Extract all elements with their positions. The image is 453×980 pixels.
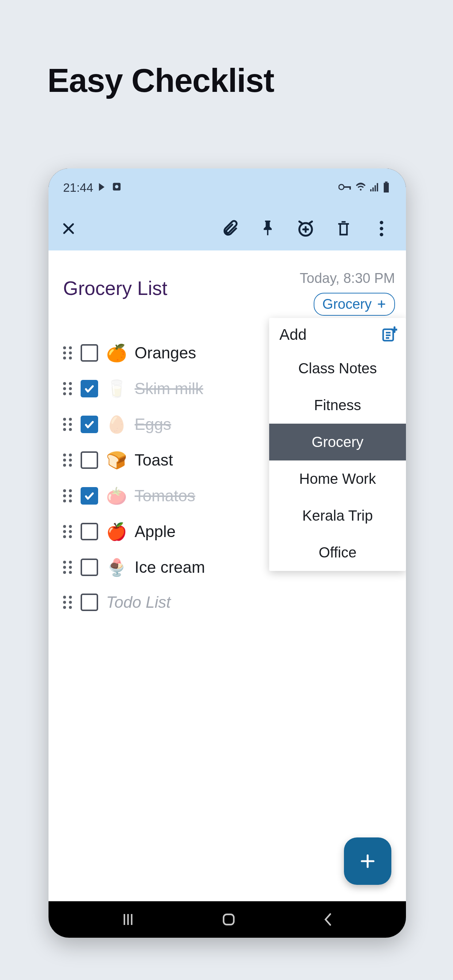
item-emoji: 🍅 bbox=[106, 486, 126, 506]
close-icon bbox=[61, 221, 76, 236]
content-area: Grocery List Today, 8:30 PM Grocery 🍊Ora… bbox=[48, 250, 406, 901]
new-list-icon bbox=[381, 326, 397, 342]
svg-point-13 bbox=[380, 227, 383, 231]
status-time: 21:44 bbox=[63, 181, 93, 195]
svg-point-14 bbox=[380, 233, 383, 237]
plus-icon bbox=[359, 853, 376, 870]
signal-icon bbox=[370, 183, 379, 193]
item-emoji: 🍨 bbox=[106, 557, 126, 577]
header-right: Today, 8:30 PM Grocery bbox=[300, 270, 395, 316]
new-item-placeholder[interactable]: Todo List bbox=[106, 593, 171, 611]
phone-screen: 21:44 bbox=[48, 169, 406, 938]
svg-rect-16 bbox=[223, 915, 234, 924]
checkbox[interactable] bbox=[81, 344, 98, 362]
status-left: 21:44 bbox=[63, 181, 122, 195]
checkbox[interactable] bbox=[81, 487, 98, 504]
dropdown-item[interactable]: Grocery bbox=[269, 424, 406, 460]
dropdown-item[interactable]: Class Notes bbox=[269, 350, 406, 387]
battery-icon bbox=[383, 181, 389, 194]
checkbox[interactable] bbox=[81, 593, 98, 611]
svg-rect-8 bbox=[377, 183, 378, 191]
svg-rect-4 bbox=[349, 186, 351, 189]
paperclip-icon bbox=[221, 220, 239, 238]
item-label[interactable]: Ice cream bbox=[135, 558, 205, 576]
svg-point-2 bbox=[339, 185, 344, 189]
vpn-key-icon bbox=[338, 183, 352, 192]
new-list-button[interactable] bbox=[381, 326, 397, 344]
fab-add-button[interactable] bbox=[344, 837, 391, 885]
checkbox[interactable] bbox=[81, 451, 98, 469]
checklist-new-item: Todo List bbox=[63, 593, 395, 611]
svg-rect-7 bbox=[375, 185, 376, 191]
item-emoji: 🍎 bbox=[106, 522, 126, 541]
recents-icon bbox=[121, 912, 135, 927]
checkbox[interactable] bbox=[81, 415, 98, 433]
dropdown-item[interactable]: Kerala Trip bbox=[269, 497, 406, 534]
tag-label: Grocery bbox=[322, 296, 372, 312]
dropdown-items: Class NotesFitnessGroceryHome WorkKerala… bbox=[269, 350, 406, 571]
phone-frame: 21:44 bbox=[48, 169, 406, 938]
checkbox[interactable] bbox=[81, 558, 98, 576]
item-label[interactable]: Toast bbox=[135, 451, 173, 469]
attach-button[interactable] bbox=[220, 219, 239, 239]
drag-handle[interactable] bbox=[63, 489, 73, 503]
item-label[interactable]: Skim milk bbox=[135, 380, 203, 398]
dropdown-item[interactable]: Fitness bbox=[269, 387, 406, 424]
nav-bar bbox=[48, 901, 406, 938]
dropdown-item[interactable]: Office bbox=[269, 534, 406, 571]
svg-point-1 bbox=[115, 185, 118, 188]
category-dropdown: Add Class NotesFitnessGroceryHome WorkKe… bbox=[269, 318, 406, 571]
close-button[interactable] bbox=[57, 218, 80, 240]
alarm-button[interactable] bbox=[296, 219, 316, 239]
item-emoji: 🥚 bbox=[106, 415, 126, 434]
item-label[interactable]: Oranges bbox=[135, 344, 196, 362]
checkbox[interactable] bbox=[81, 523, 98, 540]
svg-rect-6 bbox=[372, 188, 374, 191]
dropdown-header: Add bbox=[269, 318, 406, 350]
svg-rect-10 bbox=[384, 183, 389, 192]
dropdown-title: Add bbox=[279, 326, 307, 344]
item-label[interactable]: Tomatos bbox=[135, 487, 195, 505]
drag-handle[interactable] bbox=[63, 346, 73, 360]
svg-rect-9 bbox=[385, 181, 388, 183]
pin-icon bbox=[260, 219, 276, 239]
more-vert-icon bbox=[379, 221, 384, 237]
drag-handle[interactable] bbox=[63, 561, 73, 574]
toolbar-actions bbox=[220, 219, 397, 239]
content-header: Grocery List Today, 8:30 PM Grocery bbox=[63, 270, 395, 316]
dropdown-item[interactable]: Home Work bbox=[269, 460, 406, 497]
drag-handle[interactable] bbox=[63, 596, 73, 609]
delete-button[interactable] bbox=[334, 219, 353, 239]
item-label[interactable]: Apple bbox=[135, 522, 176, 541]
nav-home-button[interactable] bbox=[221, 912, 236, 927]
back-icon bbox=[322, 912, 334, 927]
drag-handle[interactable] bbox=[63, 525, 73, 538]
wifi-icon bbox=[355, 183, 366, 193]
tag-pill[interactable]: Grocery bbox=[314, 293, 395, 316]
nav-recents-button[interactable] bbox=[121, 912, 135, 927]
status-bar: 21:44 bbox=[48, 169, 406, 207]
checkbox[interactable] bbox=[81, 380, 98, 398]
note-date: Today, 8:30 PM bbox=[300, 270, 395, 286]
play-store-icon bbox=[98, 181, 107, 195]
item-emoji: 🍞 bbox=[106, 450, 126, 470]
alarm-add-icon bbox=[296, 219, 315, 238]
toolbar bbox=[48, 207, 406, 250]
item-label[interactable]: Eggs bbox=[135, 415, 171, 433]
svg-point-12 bbox=[380, 221, 383, 224]
plus-icon bbox=[377, 296, 386, 312]
list-title[interactable]: Grocery List bbox=[63, 277, 167, 299]
status-right bbox=[338, 181, 389, 194]
hero-title: Easy Checklist bbox=[48, 62, 274, 100]
drag-handle[interactable] bbox=[63, 382, 73, 395]
drag-handle[interactable] bbox=[63, 418, 73, 431]
trash-icon bbox=[335, 220, 352, 238]
svg-rect-5 bbox=[370, 189, 372, 191]
item-emoji: 🥛 bbox=[106, 379, 126, 398]
pin-button[interactable] bbox=[258, 219, 278, 239]
app-icon bbox=[112, 181, 122, 195]
drag-handle[interactable] bbox=[63, 453, 73, 467]
more-button[interactable] bbox=[372, 219, 391, 239]
nav-back-button[interactable] bbox=[322, 912, 334, 927]
home-icon bbox=[221, 912, 236, 927]
